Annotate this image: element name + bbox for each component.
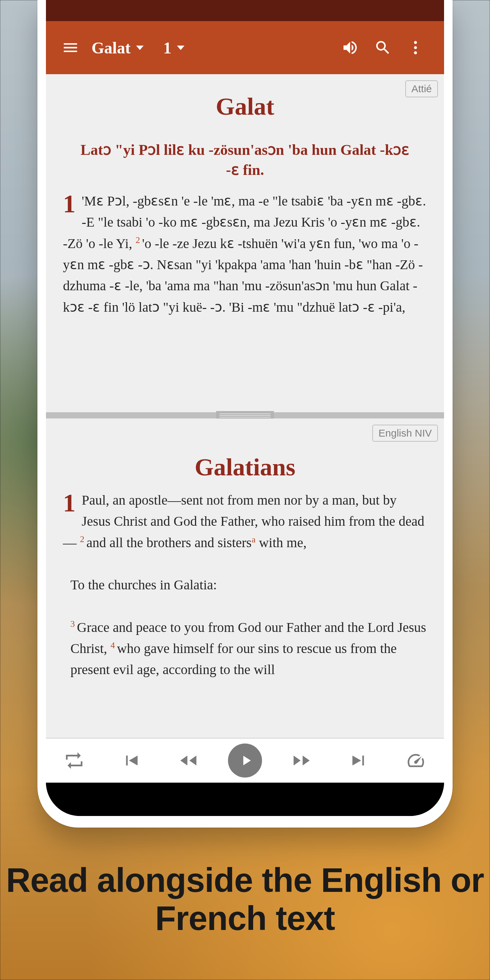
rewind-button[interactable]	[169, 742, 207, 779]
rewind-icon	[178, 751, 198, 770]
speed-icon	[406, 751, 426, 770]
verse-text: with me,	[256, 535, 307, 550]
hamburger-icon	[62, 39, 79, 56]
book-title-secondary: Galatians	[63, 453, 427, 482]
fast-forward-icon	[292, 751, 312, 770]
chevron-down-icon	[177, 46, 185, 50]
play-circle	[228, 743, 262, 778]
footnote-marker[interactable]: a	[251, 534, 256, 544]
skip-previous-button[interactable]	[112, 742, 150, 779]
search-button[interactable]	[366, 31, 399, 64]
chevron-down-icon	[136, 46, 143, 50]
promo-caption: Read alongside the English or French tex…	[0, 861, 490, 937]
language-badge-primary: Attié	[405, 80, 438, 97]
verse-text: who gave himself for our sins to rescue …	[70, 641, 397, 677]
section-heading: Latɔ "yi Pɔl lilɛ ku -zösun'asɔn 'ba hun…	[63, 140, 427, 180]
svg-point-2	[414, 51, 417, 54]
skip-next-button[interactable]	[340, 742, 378, 779]
chapter-number: 1	[63, 192, 76, 215]
pane-splitter[interactable]	[46, 412, 444, 418]
overflow-button[interactable]	[399, 31, 432, 64]
verse-number: 2	[135, 235, 142, 245]
book-title-primary: Galat	[63, 92, 427, 121]
book-selector-label: Galat	[92, 38, 130, 57]
verse-body-secondary: 1 Paul, an apostle—sent not from men nor…	[63, 490, 427, 681]
chapter-selector[interactable]: 1	[148, 38, 189, 57]
device-chin	[46, 783, 444, 816]
play-icon	[238, 752, 254, 769]
speaker-icon	[341, 39, 359, 56]
verse-body-primary: 1 'Mɛ Pɔl, -gbɛsɛn 'e -le 'mɛ, ma -e "le…	[63, 191, 427, 318]
app-shell: Galat 1 Attié	[46, 0, 444, 783]
fast-forward-button[interactable]	[283, 742, 321, 779]
skip-previous-icon	[121, 751, 141, 770]
audio-player	[46, 738, 444, 783]
verse-number: 4	[111, 640, 117, 650]
verse-text: and all the brothers and sisters	[86, 535, 251, 550]
repeat-button[interactable]	[56, 742, 93, 779]
status-strip	[46, 0, 444, 21]
play-button[interactable]	[226, 742, 264, 779]
toolbar: Galat 1	[46, 21, 444, 74]
chapter-number: 1	[63, 492, 76, 514]
skip-next-icon	[349, 751, 369, 770]
menu-button[interactable]	[54, 31, 87, 64]
chapter-selector-label: 1	[163, 38, 172, 57]
audio-button[interactable]	[334, 31, 366, 64]
svg-point-0	[414, 41, 417, 44]
address-line: To the churches in Galatia:	[63, 574, 427, 595]
verse-number: 3	[70, 619, 77, 629]
phone-frame: Galat 1 Attié	[37, 0, 453, 827]
svg-point-1	[414, 46, 417, 49]
verse-number: 2	[80, 534, 86, 544]
search-icon	[374, 39, 392, 56]
pane-primary: Attié Galat Latɔ "yi Pɔl lilɛ ku -zösun'…	[46, 74, 444, 412]
kebab-icon	[407, 39, 424, 56]
pane-secondary: English NIV Galatians 1 Paul, an apostle…	[46, 418, 444, 738]
book-selector[interactable]: Galat	[87, 38, 148, 57]
language-badge-secondary: English NIV	[372, 425, 438, 442]
repeat-icon	[64, 751, 84, 770]
playback-speed-button[interactable]	[397, 742, 434, 779]
